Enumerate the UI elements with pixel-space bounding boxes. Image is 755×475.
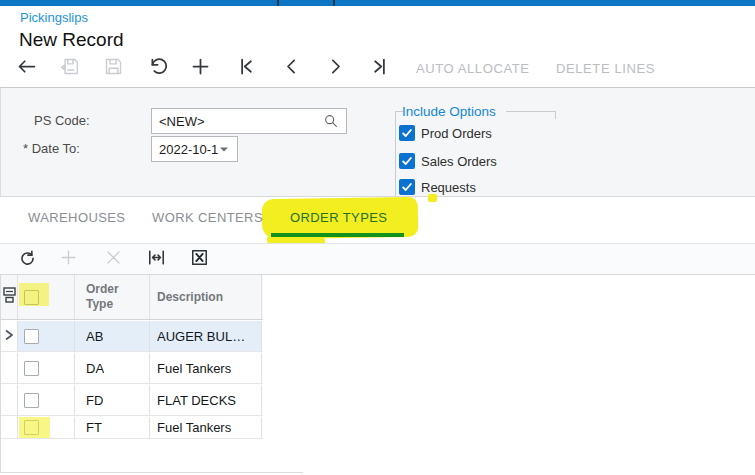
checkbox-requests[interactable]: Requests	[399, 179, 476, 195]
grid-settings-icon	[3, 287, 16, 307]
group-box-border	[555, 111, 556, 119]
order-type-cell[interactable]: AB	[75, 321, 150, 351]
first-record-button[interactable]	[234, 56, 258, 80]
save-button[interactable]	[101, 56, 125, 80]
strip-divider	[277, 0, 279, 6]
add-row-button[interactable]	[57, 248, 80, 271]
tab-order-types[interactable]: ORDER TYPES	[290, 210, 387, 225]
export-excel-button[interactable]	[188, 248, 211, 271]
tab-warehouses[interactable]: WAREHOUSES	[28, 210, 125, 225]
checkbox-label: Requests	[421, 180, 476, 195]
ps-code-label: PS Code:	[34, 108, 90, 134]
description-cell[interactable]: Fuel Tankers	[150, 353, 262, 383]
plus-icon	[59, 248, 78, 271]
order-type-cell[interactable]: FD	[75, 385, 150, 415]
grid-border	[0, 472, 303, 473]
checked-checkbox-icon	[399, 179, 415, 195]
date-to-value: 2022-10-12	[159, 142, 218, 157]
back-button[interactable]	[14, 56, 38, 80]
active-tab-underline	[271, 233, 404, 237]
previous-record-button[interactable]	[279, 56, 303, 80]
delete-lines-button[interactable]: DELETE LINES	[556, 61, 655, 76]
checked-checkbox-icon	[399, 153, 415, 169]
delete-row-button[interactable]	[102, 248, 125, 271]
checkbox-prod-orders[interactable]: Prod Orders	[399, 125, 492, 141]
refresh-button[interactable]	[16, 248, 39, 271]
group-box-border	[395, 111, 396, 196]
page-title: New Record	[19, 29, 124, 51]
column-header-order-type[interactable]: Order Type	[75, 275, 150, 319]
include-options-legend: Include Options	[402, 104, 496, 119]
checkbox-sales-orders[interactable]: Sales Orders	[399, 153, 497, 169]
add-new-button[interactable]	[188, 56, 212, 80]
fit-width-icon	[147, 248, 166, 271]
yellow-highlight-annotation	[428, 194, 437, 202]
x-icon	[104, 248, 123, 271]
description-cell[interactable]: AUGER BUL…	[150, 321, 262, 351]
description-cell[interactable]: FLAT DECKS	[150, 385, 262, 415]
chevron-right-icon	[325, 56, 346, 81]
last-record-icon	[369, 56, 390, 81]
dropdown-caret-icon[interactable]	[218, 141, 230, 157]
order-type-cell[interactable]: FT	[75, 417, 150, 438]
fit-to-screen-button[interactable]	[145, 248, 168, 271]
grid-settings-cell[interactable]	[1, 275, 18, 319]
row-indicator-cell	[1, 417, 18, 438]
undo-icon	[148, 56, 169, 81]
row-indicator-cell	[1, 353, 18, 383]
auto-allocate-button[interactable]: AUTO ALLOCATE	[416, 61, 530, 76]
refresh-icon	[18, 248, 37, 271]
back-arrow-icon	[16, 56, 37, 81]
ps-code-input[interactable]: <NEW>	[151, 108, 347, 134]
date-to-input[interactable]: 2022-10-12	[151, 136, 238, 162]
save-icon	[103, 56, 124, 81]
last-record-button[interactable]	[367, 56, 391, 80]
grid-toolbar	[0, 243, 755, 275]
order-type-cell[interactable]: DA	[75, 353, 150, 383]
next-record-button[interactable]	[323, 56, 347, 80]
row-indicator-icon	[4, 327, 14, 345]
row-checkbox[interactable]	[24, 393, 39, 408]
required-asterisk: *	[23, 141, 28, 156]
export-excel-icon	[190, 248, 209, 271]
row-indicator-cell	[1, 385, 18, 415]
row-checkbox-cell[interactable]	[18, 385, 75, 415]
tab-work-centers[interactable]: WORK CENTERS	[152, 210, 263, 225]
filter-panel: PS Code: <NEW> * Date To: 2022-10-12	[0, 87, 755, 197]
checkbox-label: Prod Orders	[421, 126, 492, 141]
save-and-close-button[interactable]	[57, 56, 81, 80]
top-blue-strip	[0, 0, 755, 6]
yellow-highlight-annotation	[19, 283, 49, 306]
checked-checkbox-icon	[399, 125, 415, 141]
yellow-highlight-annotation	[19, 417, 50, 438]
tab-strip: WAREHOUSES WORK CENTERS ORDER TYPES	[0, 197, 755, 243]
ps-code-value: <NEW>	[159, 114, 323, 129]
undo-button[interactable]	[146, 56, 170, 80]
date-to-label: * Date To:	[23, 136, 80, 162]
pickingslips-screen: Pickingslips New Record	[0, 0, 755, 475]
table-row-ab[interactable]: AB AUGER BUL…	[1, 321, 263, 352]
breadcrumb[interactable]: Pickingslips	[20, 10, 88, 25]
row-checkbox[interactable]	[24, 361, 39, 376]
checkbox-label: Sales Orders	[421, 154, 497, 169]
strip-divider	[333, 0, 335, 6]
table-row-fd[interactable]: FD FLAT DECKS	[1, 385, 263, 416]
group-box-border	[506, 111, 556, 112]
save-and-close-icon	[59, 56, 80, 81]
row-indicator-cell	[1, 321, 18, 351]
table-row-da[interactable]: DA Fuel Tankers	[1, 353, 263, 384]
plus-icon	[190, 56, 211, 81]
row-checkbox[interactable]	[24, 329, 39, 344]
order-types-grid: Order Type Description AB AUGER BUL… DA …	[0, 275, 303, 473]
row-checkbox-cell[interactable]	[18, 353, 75, 383]
search-icon[interactable]	[323, 113, 339, 129]
description-cell[interactable]: Fuel Tankers	[150, 417, 262, 438]
record-toolbar: AUTO ALLOCATE DELETE LINES	[0, 52, 755, 86]
column-header-description[interactable]: Description	[150, 275, 262, 319]
first-record-icon	[236, 56, 257, 81]
row-checkbox-cell[interactable]	[18, 321, 75, 351]
chevron-left-icon	[281, 56, 302, 81]
